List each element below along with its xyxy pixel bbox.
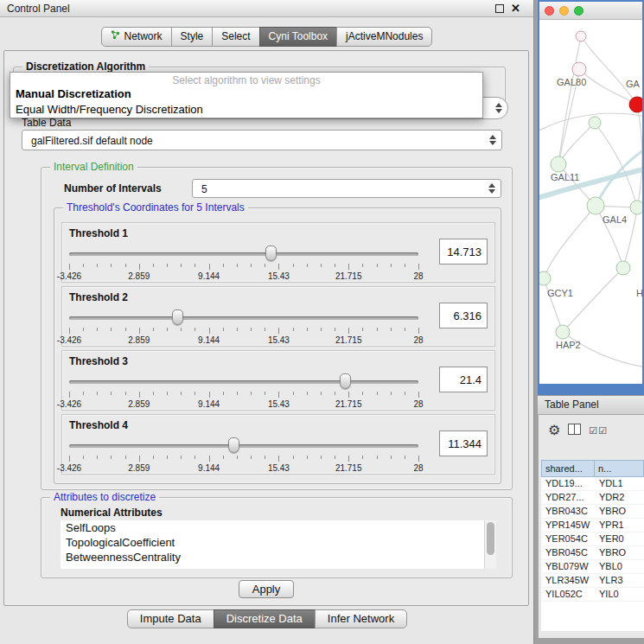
table-row[interactable]: YER054CYER0 <box>541 532 644 546</box>
table-cell: YBRO <box>595 546 644 559</box>
slider-tick <box>265 264 265 267</box>
tab-infer-network[interactable]: Infer Network <box>315 609 407 628</box>
slider-tick <box>125 264 126 267</box>
slider-tick <box>391 392 392 395</box>
network-edge[interactable] <box>544 206 596 278</box>
network-node[interactable] <box>539 271 551 285</box>
slider-tick <box>139 456 140 462</box>
network-node[interactable] <box>589 117 601 129</box>
slider-tick <box>335 264 335 267</box>
threshold-slider[interactable]: -3.4262.8599.14415.4321.71528 <box>69 436 418 474</box>
tab-network[interactable]: Network <box>101 27 172 47</box>
number-of-intervals-combobox[interactable]: 5 <box>192 179 501 198</box>
slider-thumb[interactable] <box>228 437 239 453</box>
network-node[interactable] <box>616 261 630 275</box>
slider-scale-label: 15.43 <box>268 463 290 473</box>
slider-tick <box>377 456 378 459</box>
threshold-value-field[interactable]: 6.316 <box>439 303 488 328</box>
slider-thumb[interactable] <box>265 245 277 261</box>
slider-tick <box>377 264 378 267</box>
select-columns-icon[interactable]: ☑☑ <box>589 425 608 437</box>
table-row[interactable]: YBL079WYBL0 <box>541 560 644 574</box>
close-icon[interactable]: ✕ <box>511 2 520 15</box>
threshold-slider[interactable]: -3.4262.8599.14415.4321.71528 <box>69 372 418 410</box>
attribute-list-item[interactable]: BetweennessCentrality <box>61 550 496 564</box>
slider-scale-label: 2.859 <box>128 271 150 281</box>
network-node[interactable] <box>587 197 604 214</box>
slider-track[interactable] <box>69 444 418 448</box>
attributes-group: Attributes to discretize Numerical Attri… <box>41 497 513 578</box>
network-node[interactable] <box>556 325 570 339</box>
table-cell: YER054C <box>541 532 595 545</box>
attribute-list-scrollbar[interactable] <box>484 520 496 569</box>
slider-tick <box>153 264 154 267</box>
threshold-panel-2: Threshold 2 -3.4262.8599.14415.4321.7152… <box>61 286 495 347</box>
network-node[interactable] <box>576 31 586 41</box>
columns-icon[interactable] <box>568 423 581 438</box>
slider-tick <box>391 328 392 331</box>
table-row[interactable]: YLR345WYLR3 <box>541 574 644 588</box>
tab-label: Network <box>124 28 163 46</box>
slider-tick <box>125 328 126 331</box>
table-data-combobox[interactable]: galFiltered.sif default node <box>22 130 502 150</box>
network-view-window: GAL80GAGAL11GAL4GCY1HHAP2 <box>538 0 644 395</box>
network-node[interactable] <box>572 62 586 76</box>
network-edge[interactable] <box>581 36 637 105</box>
network-edge[interactable] <box>637 105 642 207</box>
tab-style[interactable]: Style <box>171 27 214 47</box>
network-node[interactable] <box>551 156 566 172</box>
slider-tick <box>293 328 294 331</box>
close-traffic-light-icon[interactable] <box>545 6 554 16</box>
network-node[interactable] <box>629 97 642 112</box>
scrollbar-thumb[interactable] <box>487 522 494 555</box>
threshold-slider[interactable]: -3.4262.8599.14415.4321.71528 <box>69 244 418 282</box>
table-row[interactable]: YIL052CYIL0 <box>541 588 644 602</box>
tab-select[interactable]: Select <box>212 27 259 47</box>
slider-track[interactable] <box>69 252 418 256</box>
table-row[interactable]: YBR045CYBRO <box>541 546 644 560</box>
threshold-slider[interactable]: -3.4262.8599.14415.4321.71528 <box>69 308 418 346</box>
network-edge[interactable] <box>563 268 623 332</box>
slider-tick <box>418 328 419 334</box>
slider-scale-label: 28 <box>413 271 423 281</box>
slider-track[interactable] <box>69 380 418 384</box>
restore-icon[interactable] <box>495 4 504 13</box>
dropdown-option-manual-discretization[interactable]: Manual Discretization <box>10 86 482 102</box>
slider-track[interactable] <box>69 316 418 320</box>
slider-tick <box>209 328 210 334</box>
slider-thumb[interactable] <box>340 373 351 389</box>
table-cell: YIL052C <box>541 588 595 601</box>
tab-impute-data[interactable]: Impute Data <box>127 609 214 628</box>
attribute-list-item[interactable]: SelfLoops <box>61 520 496 535</box>
network-node[interactable] <box>630 201 642 214</box>
tab-cyni-toolbox[interactable]: Cyni Toolbox <box>259 27 337 47</box>
table-row[interactable]: YDR27...YDR2 <box>541 491 644 505</box>
network-edge[interactable] <box>544 278 563 332</box>
slider-tick <box>335 456 335 459</box>
table-row[interactable]: YDL19...YDL1 <box>541 477 644 491</box>
attribute-list-item[interactable]: TopologicalCoefficient <box>61 535 496 550</box>
column-header-name[interactable]: n... <box>595 460 644 477</box>
threshold-value-field[interactable]: 21.4 <box>439 367 488 392</box>
threshold-value-field[interactable]: 11.344 <box>439 430 488 456</box>
slider-thumb[interactable] <box>172 309 183 325</box>
slider-scale-label: 2.859 <box>128 335 150 345</box>
network-canvas[interactable]: GAL80GAGAL11GAL4GCY1HHAP2 <box>539 20 642 384</box>
slider-scale-label: -3.426 <box>57 463 81 473</box>
slider-tick <box>153 392 154 395</box>
zoom-traffic-light-icon[interactable] <box>574 6 583 16</box>
slider-tick <box>265 456 265 459</box>
table-row[interactable]: YPR145WYPR1 <box>541 519 644 532</box>
table-row[interactable]: YBR043CYBRO <box>541 505 644 519</box>
tab-discretize-data[interactable]: Discretize Data <box>214 609 316 628</box>
minimize-traffic-light-icon[interactable] <box>559 6 569 16</box>
slider-scale: -3.4262.8599.14415.4321.71528 <box>69 335 418 346</box>
column-header-shared-name[interactable]: shared... <box>541 460 595 477</box>
tab-jactivemnodules[interactable]: jActiveMNodules <box>336 27 432 47</box>
gear-icon[interactable]: ⚙ <box>548 424 560 437</box>
group-title: Threshold's Coordinates for 5 Intervals <box>63 201 248 214</box>
dropdown-option-equal-width-frequency[interactable]: Equal Width/Frequency Discretization <box>10 102 482 118</box>
threshold-value-field[interactable]: 14.713 <box>439 239 488 265</box>
apply-button[interactable]: Apply <box>239 580 294 598</box>
network-edge[interactable] <box>558 36 581 164</box>
